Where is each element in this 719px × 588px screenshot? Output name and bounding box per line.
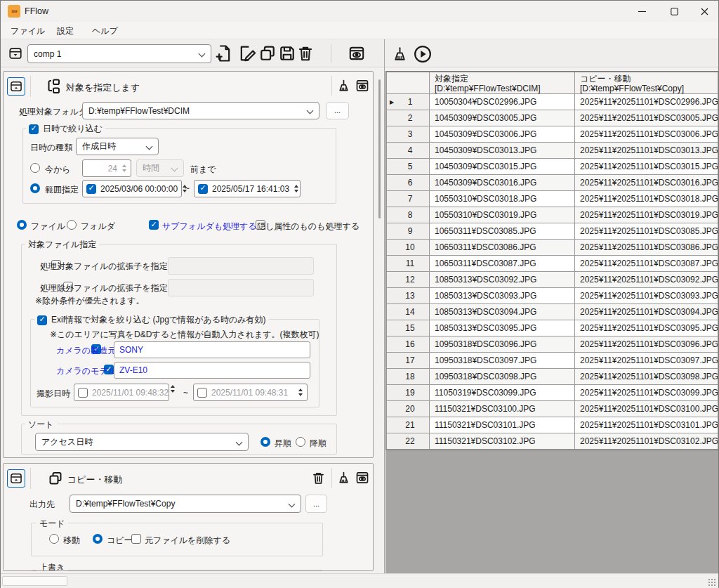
shot-start-datebox[interactable]: 2025/11/01 09:48:32 <box>74 384 169 401</box>
dest-path-cell[interactable]: 2025¥11¥20251101¥DSC03098.JPG <box>575 369 718 385</box>
range-end-datebox[interactable]: 2025/05/17 16:41:03 <box>194 180 301 197</box>
target-folder-combo[interactable]: D:¥temp¥FFlowTest¥DCIM <box>82 102 319 119</box>
preview-button[interactable] <box>346 44 367 63</box>
source-path-cell[interactable]: 10950318¥DSC03096.JPG <box>430 337 575 353</box>
dest-path-cell[interactable]: 2025¥11¥20251101¥DSC03093.JPG <box>575 288 718 304</box>
table-row[interactable]: 2 10450309¥DSC03005.JPG 2025¥11¥20251101… <box>387 110 718 126</box>
source-path-cell[interactable]: 10450309¥DSC03013.JPG <box>430 143 575 159</box>
horizontal-scrollbar-thumb[interactable] <box>2 576 67 586</box>
source-path-cell[interactable]: 10850313¥DSC03093.JPG <box>430 288 575 304</box>
date-filter-checkbox[interactable] <box>29 124 39 134</box>
source-path-cell[interactable]: 10450309¥DSC03005.JPG <box>430 110 575 126</box>
sort-key-combo[interactable]: アクセス日時 <box>35 433 249 451</box>
row-selector-cell[interactable]: 15 <box>387 320 430 337</box>
source-path-cell[interactable]: 10950318¥DSC03097.JPG <box>430 353 575 369</box>
run-button[interactable] <box>412 44 433 65</box>
table-row[interactable]: ▶1 10050304¥DSC02996.JPG 2025¥11¥2025110… <box>387 94 718 110</box>
row-selector-cell[interactable]: ▶1 <box>387 94 430 110</box>
sort-asc-radio[interactable] <box>260 437 270 447</box>
table-row[interactable]: 18 10950318¥DSC03098.JPG 2025¥11¥2025110… <box>387 369 718 385</box>
row-selector-cell[interactable]: 4 <box>387 143 430 159</box>
table-row[interactable]: 21 11150321¥DSC03101.JPG 2025¥11¥2025110… <box>387 417 718 433</box>
dest-path-cell[interactable]: 2025¥11¥20251101¥DSC02996.JPG <box>575 94 718 110</box>
source-path-cell[interactable]: 10650311¥DSC03086.JPG <box>430 240 575 256</box>
from-now-radio[interactable] <box>30 163 40 173</box>
dest-path-cell[interactable]: 2025¥11¥20251101¥DSC03092.JPG <box>575 272 718 288</box>
source-path-cell[interactable]: 11150321¥DSC03100.JPG <box>430 401 575 417</box>
table-row[interactable]: 12 10850313¥DSC03092.JPG 2025¥11¥2025110… <box>387 272 718 288</box>
dest-browse-button[interactable]: ... <box>305 495 327 513</box>
dest-path-cell[interactable]: 2025¥11¥20251101¥DSC03018.JPG <box>575 191 718 207</box>
dest-path-cell[interactable]: 2025¥11¥20251101¥DSC03101.JPG <box>575 417 718 433</box>
spinner-arrows-icon[interactable] <box>121 164 127 172</box>
file-radio[interactable] <box>17 220 27 230</box>
row-selector-cell[interactable]: 17 <box>387 353 430 369</box>
shot-end-checkbox[interactable] <box>197 388 207 398</box>
dest-path-cell[interactable]: 2025¥11¥20251101¥DSC03102.JPG <box>575 433 718 450</box>
range-end-checkbox[interactable] <box>198 184 208 194</box>
target-clean-button[interactable] <box>335 77 352 94</box>
dest-path-cell[interactable]: 2025¥11¥20251101¥DSC03097.JPG <box>575 353 718 369</box>
row-selector-cell[interactable]: 10 <box>387 240 430 256</box>
table-row[interactable]: 8 10550310¥DSC03019.JPG 2025¥11¥20251101… <box>387 207 718 223</box>
row-selector-cell[interactable]: 18 <box>387 369 430 385</box>
shot-start-checkbox[interactable] <box>78 388 88 398</box>
date-type-combo[interactable]: 作成日時 <box>76 138 159 155</box>
camera-model-field[interactable]: ZV-E10 <box>114 362 310 379</box>
range-start-datebox[interactable]: 2025/03/06 00:00:00 <box>82 180 182 197</box>
dest-path-cell[interactable]: 2025¥11¥20251101¥DSC03094.JPG <box>575 304 718 320</box>
table-row[interactable]: 19 11050319¥DSC03099.JPG 2025¥11¥2025110… <box>387 385 718 401</box>
table-row[interactable]: 4 10450309¥DSC03013.JPG 2025¥11¥20251101… <box>387 143 718 159</box>
menu-help[interactable]: ヘルプ <box>88 25 122 37</box>
table-row[interactable]: 14 10850313¥DSC03094.JPG 2025¥11¥2025110… <box>387 304 718 320</box>
range-radio[interactable] <box>30 183 40 193</box>
dest-path-cell[interactable]: 2025¥11¥20251101¥DSC03087.JPG <box>575 256 718 272</box>
source-path-cell[interactable]: 10450309¥DSC03006.JPG <box>430 126 575 143</box>
row-selector-cell[interactable]: 6 <box>387 175 430 191</box>
left-panel-vscrollbar[interactable] <box>378 79 381 218</box>
resize-grip[interactable] <box>708 578 716 587</box>
dest-path-cell[interactable]: 2025¥11¥20251101¥DSC03086.JPG <box>575 240 718 256</box>
table-row[interactable]: 11 10650311¥DSC03087.JPG 2025¥11¥2025110… <box>387 256 718 272</box>
row-selector-cell[interactable]: 22 <box>387 433 430 450</box>
table-row[interactable]: 13 10850313¥DSC03093.JPG 2025¥11¥2025110… <box>387 288 718 304</box>
exclude-ext-field[interactable] <box>168 279 314 296</box>
table-row[interactable]: 22 11150321¥DSC03102.JPG 2025¥11¥2025110… <box>387 433 718 450</box>
delete-source-checkbox[interactable] <box>131 534 141 544</box>
exif-filter-checkbox[interactable] <box>37 315 47 325</box>
dest-path-cell[interactable]: 2025¥11¥20251101¥DSC03015.JPG <box>575 159 718 175</box>
hours-unit-combo[interactable]: 時間 <box>136 159 184 177</box>
move-radio[interactable] <box>49 534 59 544</box>
source-path-cell[interactable]: 10550310¥DSC03018.JPG <box>430 191 575 207</box>
row-selector-cell[interactable]: 13 <box>387 288 430 304</box>
source-path-cell[interactable]: 10450309¥DSC03016.JPG <box>430 175 575 191</box>
source-path-cell[interactable]: 10050304¥DSC02996.JPG <box>430 94 575 110</box>
camera-maker-field[interactable]: SONY <box>114 341 310 358</box>
dest-path-cell[interactable]: 2025¥11¥20251101¥DSC03100.JPG <box>575 401 718 417</box>
table-row[interactable]: 3 10450309¥DSC03006.JPG 2025¥11¥20251101… <box>387 126 718 143</box>
row-selector-cell[interactable]: 9 <box>387 223 430 240</box>
table-row[interactable]: 17 10950318¥DSC03097.JPG 2025¥11¥2025110… <box>387 353 718 369</box>
source-path-cell[interactable]: 10850313¥DSC03092.JPG <box>430 272 575 288</box>
collapse-copy-section-button[interactable] <box>7 469 25 488</box>
row-selector-cell[interactable]: 21 <box>387 417 430 433</box>
delete-flow-button[interactable] <box>295 43 316 64</box>
source-path-cell[interactable]: 11150321¥DSC03101.JPG <box>430 417 575 433</box>
source-path-cell[interactable]: 10650311¥DSC03087.JPG <box>430 256 575 272</box>
source-path-cell[interactable]: 10850313¥DSC03095.JPG <box>430 320 575 337</box>
source-path-cell[interactable]: 10550310¥DSC03019.JPG <box>430 207 575 223</box>
dest-path-cell[interactable]: 2025¥11¥20251101¥DSC03019.JPG <box>575 207 718 223</box>
table-row[interactable]: 15 10850313¥DSC03095.JPG 2025¥11¥2025110… <box>387 320 718 337</box>
table-row[interactable]: 16 10950318¥DSC03096.JPG 2025¥11¥2025110… <box>387 337 718 353</box>
row-selector-header[interactable] <box>387 72 430 94</box>
row-selector-cell[interactable]: 3 <box>387 126 430 143</box>
table-row[interactable]: 6 10450309¥DSC03016.JPG 2025¥11¥20251101… <box>387 175 718 191</box>
row-selector-cell[interactable]: 14 <box>387 304 430 320</box>
rename-flow-button[interactable] <box>236 43 258 64</box>
spinner-arrows-icon[interactable] <box>293 185 299 192</box>
source-path-cell[interactable]: 10850313¥DSC03094.JPG <box>430 304 575 320</box>
panel-splitter[interactable] <box>384 39 385 573</box>
include-ext-field[interactable] <box>168 257 314 275</box>
dest-path-cell[interactable]: 2025¥11¥20251101¥DSC03016.JPG <box>575 175 718 191</box>
sort-desc-radio[interactable] <box>296 437 305 447</box>
